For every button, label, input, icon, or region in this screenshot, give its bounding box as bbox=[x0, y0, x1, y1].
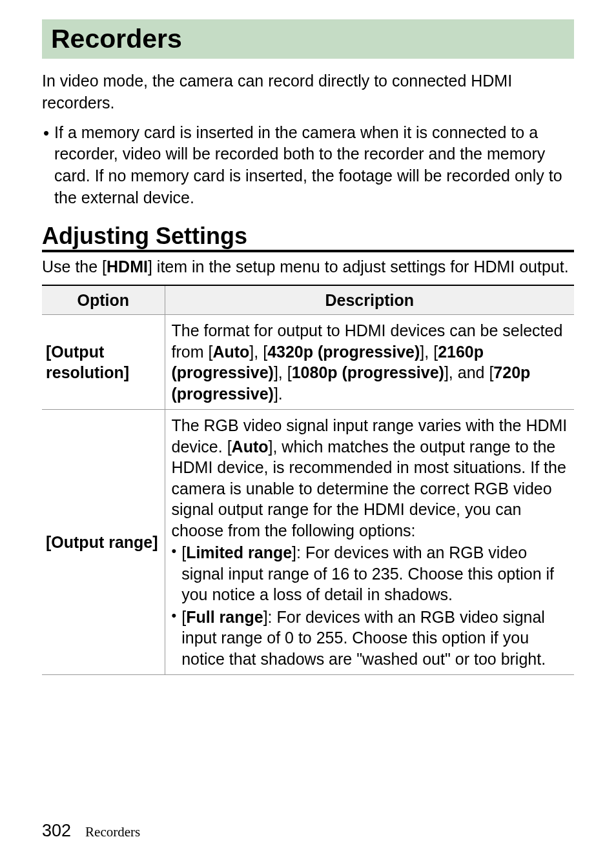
desc-r0-mid3: ], [ bbox=[274, 363, 292, 381]
table-header-row: Option Description bbox=[42, 285, 574, 315]
option-bold: Output resolution bbox=[46, 343, 124, 382]
desc-cell-output-range: The RGB video signal input range varies … bbox=[165, 410, 574, 675]
table-row: [Output resolution] The format for outpu… bbox=[42, 315, 574, 410]
desc-r0-b1: Auto bbox=[212, 343, 249, 361]
desc-r1-b2-b: Full range bbox=[186, 608, 263, 626]
sub-intro-pre: Use the [ bbox=[42, 257, 107, 276]
desc-r0-b4: 1080p (progressive) bbox=[292, 363, 444, 381]
desc-r1-bullet-2: • [Full range]: For devices with an RGB … bbox=[172, 607, 568, 670]
intro-paragraph: In video mode, the camera can record dir… bbox=[42, 70, 574, 114]
option-post: ] bbox=[152, 533, 158, 551]
desc-r1-paragraph: The RGB video signal input range varies … bbox=[172, 415, 568, 541]
section-title-text: Recorders bbox=[51, 24, 182, 54]
desc-r0-mid4: ], and [ bbox=[444, 363, 493, 381]
settings-table: Option Description [Output resolution] T… bbox=[42, 285, 574, 676]
desc-r1-p-b: Auto bbox=[232, 438, 269, 456]
desc-r0-mid1: ], [ bbox=[249, 343, 267, 361]
sub-intro-bold: HDMI bbox=[107, 257, 148, 276]
table-header-option: Option bbox=[42, 285, 165, 315]
bullet-dot-icon: • bbox=[172, 607, 177, 670]
footer-section-label: Recorders bbox=[85, 824, 140, 840]
option-bold: Output range bbox=[51, 533, 152, 551]
desc-r0-mid2: ], [ bbox=[420, 343, 438, 361]
option-cell-output-resolution: [Output resolution] bbox=[42, 315, 165, 410]
option-cell-output-range: [Output range] bbox=[42, 410, 165, 675]
page-number: 302 bbox=[42, 821, 71, 841]
bullet-dot-icon: • bbox=[172, 542, 177, 605]
desc-r1-b1-text: [Limited range]: For devices with an RGB… bbox=[181, 542, 568, 605]
option-post: ] bbox=[124, 363, 129, 381]
bullet-dot-icon: • bbox=[43, 122, 49, 209]
desc-r0-b2: 4320p (progressive) bbox=[267, 343, 420, 361]
subheading-container: Adjusting Settings bbox=[42, 223, 574, 253]
desc-r0-post: ]. bbox=[274, 385, 283, 403]
page-footer: 302 Recorders bbox=[42, 821, 140, 841]
main-bullet-text: If a memory card is inserted in the came… bbox=[54, 122, 574, 209]
sub-intro-paragraph: Use the [HDMI] item in the setup menu to… bbox=[42, 256, 574, 278]
subheading-text: Adjusting Settings bbox=[42, 223, 247, 249]
section-header: Recorders bbox=[42, 19, 574, 59]
table-header-description: Description bbox=[165, 285, 574, 315]
subheading: Adjusting Settings bbox=[42, 223, 574, 249]
sub-intro-post: ] item in the setup menu to adjust setti… bbox=[148, 257, 569, 276]
intro-text: In video mode, the camera can record dir… bbox=[42, 72, 512, 112]
main-bullet: • If a memory card is inserted in the ca… bbox=[43, 122, 574, 209]
desc-r1-bullet-1: • [Limited range]: For devices with an R… bbox=[172, 542, 568, 605]
table-row: [Output range] The RGB video signal inpu… bbox=[42, 410, 574, 675]
desc-r1-b2-text: [Full range]: For devices with an RGB vi… bbox=[181, 607, 568, 670]
desc-r1-b1-b: Limited range bbox=[186, 543, 292, 561]
desc-cell-output-resolution: The format for output to HDMI devices ca… bbox=[165, 315, 574, 410]
